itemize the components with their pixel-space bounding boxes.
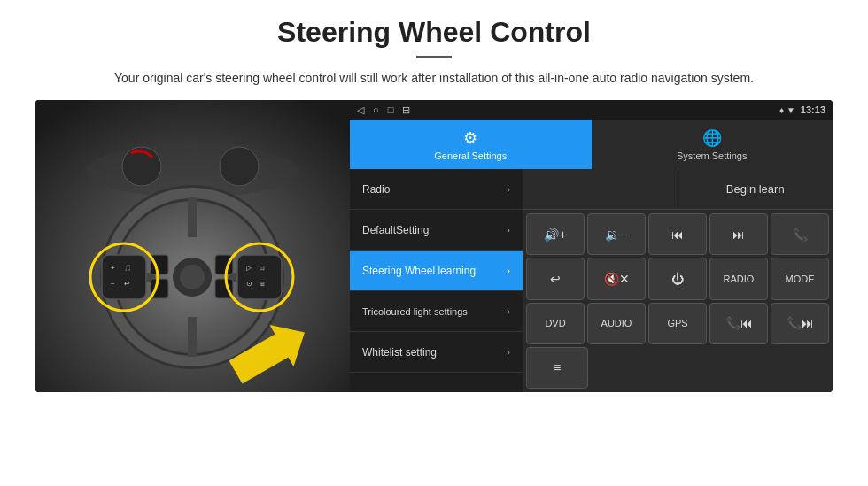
tab-general[interactable]: ⚙ General Settings — [350, 120, 592, 169]
recents-icon[interactable]: □ — [388, 104, 394, 115]
svg-point-11 — [180, 265, 205, 289]
chevron-icon: › — [507, 224, 510, 236]
clock: 13:13 — [801, 104, 825, 115]
chevron-icon: › — [507, 183, 510, 196]
tab-system-label: System Settings — [677, 150, 747, 161]
signal-icons: ♦ ▼ — [779, 105, 795, 115]
svg-text:⊙: ⊙ — [246, 280, 252, 288]
mute-button[interactable]: 🔇✕ — [587, 258, 646, 299]
svg-rect-12 — [102, 255, 146, 299]
svg-point-3 — [220, 147, 259, 186]
menu-icon[interactable]: ⊟ — [402, 104, 410, 116]
audio-button[interactable]: AUDIO — [587, 303, 646, 344]
begin-learn-button[interactable]: Begin learn — [678, 169, 833, 209]
next-track-button[interactable]: ⏭ — [709, 213, 768, 255]
page-subtitle: Your original car's steering wheel contr… — [114, 69, 754, 88]
menu-steering[interactable]: Steering Wheel learning › — [350, 251, 523, 291]
car-bg: + 🎵 − ↩ ▷ ⊡ ⊙ ⊞ — [35, 100, 350, 392]
phone-button[interactable]: 📞 — [771, 213, 829, 255]
svg-text:⊡: ⊡ — [260, 265, 265, 271]
btn-row-2: ↩ 🔇✕ ⏻ RADIO MODE — [526, 258, 829, 299]
back-icon[interactable]: ◁ — [357, 104, 364, 116]
status-bar-right: ♦ ▼ 13:13 — [779, 104, 825, 115]
content-row: + 🎵 − ↩ ▷ ⊡ ⊙ ⊞ — [35, 100, 833, 392]
android-panel: ◁ ○ □ ⊟ ♦ ▼ 13:13 ⚙ General Settings 🌐 — [350, 100, 833, 392]
svg-text:↩: ↩ — [124, 280, 130, 288]
home-icon[interactable]: ○ — [373, 104, 379, 115]
mode-button[interactable]: MODE — [771, 258, 829, 299]
page-title: Steering Wheel Control — [277, 16, 591, 49]
menu-radio[interactable]: Radio › — [350, 169, 523, 210]
chevron-icon: › — [507, 346, 510, 359]
svg-text:⊞: ⊞ — [260, 281, 265, 287]
status-bar-nav: ◁ ○ □ ⊟ — [357, 104, 410, 116]
tel-next-button[interactable]: 📞⏭ — [771, 303, 829, 344]
svg-text:▷: ▷ — [246, 264, 252, 272]
chevron-icon: › — [507, 305, 510, 318]
steering-wheel-svg: + 🎵 − ↩ ▷ ⊡ ⊙ ⊞ — [35, 100, 350, 392]
btn-row-1: 🔊+ 🔉− ⏮ ⏭ 📞 — [526, 213, 829, 255]
globe-icon: 🌐 — [702, 128, 722, 148]
empty-box — [523, 169, 678, 209]
gear-icon: ⚙ — [463, 128, 477, 148]
status-bar: ◁ ○ □ ⊟ ♦ ▼ 13:13 — [350, 100, 833, 120]
power-button[interactable]: ⏻ — [648, 258, 707, 299]
tab-bar: ⚙ General Settings 🌐 System Settings — [350, 120, 833, 169]
svg-text:🎵: 🎵 — [124, 264, 132, 272]
tab-system[interactable]: 🌐 System Settings — [592, 120, 833, 169]
dvd-button[interactable]: DVD — [526, 303, 585, 344]
title-divider — [416, 56, 452, 58]
prev-track-button[interactable]: ⏮ — [648, 213, 707, 255]
car-image: + 🎵 − ↩ ▷ ⊡ ⊙ ⊞ — [35, 100, 350, 392]
svg-rect-19 — [237, 255, 282, 299]
left-menu: Radio › DefaultSetting › Steering Wheel … — [350, 169, 523, 392]
chevron-icon: › — [507, 265, 510, 277]
end-call-button[interactable]: ↩ — [526, 258, 585, 299]
svg-text:+: + — [111, 264, 115, 272]
gps-button[interactable]: GPS — [648, 303, 707, 344]
btn-row-4: ≡ — [526, 347, 829, 389]
vol-down-button[interactable]: 🔉− — [587, 213, 646, 255]
page-container: Steering Wheel Control Your original car… — [0, 0, 868, 486]
right-panel: Begin learn 🔊+ 🔉− ⏮ ⏭ 📞 — [523, 169, 833, 392]
tel-prev-button[interactable]: 📞⏮ — [709, 303, 768, 344]
menu-tricoloured[interactable]: Tricoloured light settings › — [350, 291, 523, 332]
svg-text:−: − — [111, 280, 115, 288]
tab-general-label: General Settings — [434, 150, 507, 161]
vol-up-button[interactable]: 🔊+ — [526, 213, 585, 255]
radio-button[interactable]: RADIO — [709, 258, 768, 299]
btn-row-3: DVD AUDIO GPS 📞⏮ 📞⏭ — [526, 303, 829, 344]
menu-default[interactable]: DefaultSetting › — [350, 210, 523, 251]
top-row: Begin learn — [523, 169, 833, 210]
main-area: Radio › DefaultSetting › Steering Wheel … — [350, 169, 833, 392]
media-button[interactable]: ≡ — [526, 347, 588, 389]
menu-whitelist[interactable]: Whitelist setting › — [350, 332, 523, 373]
button-grid: 🔊+ 🔉− ⏮ ⏭ 📞 ↩ 🔇✕ ⏻ RADIO MODE — [523, 210, 833, 392]
